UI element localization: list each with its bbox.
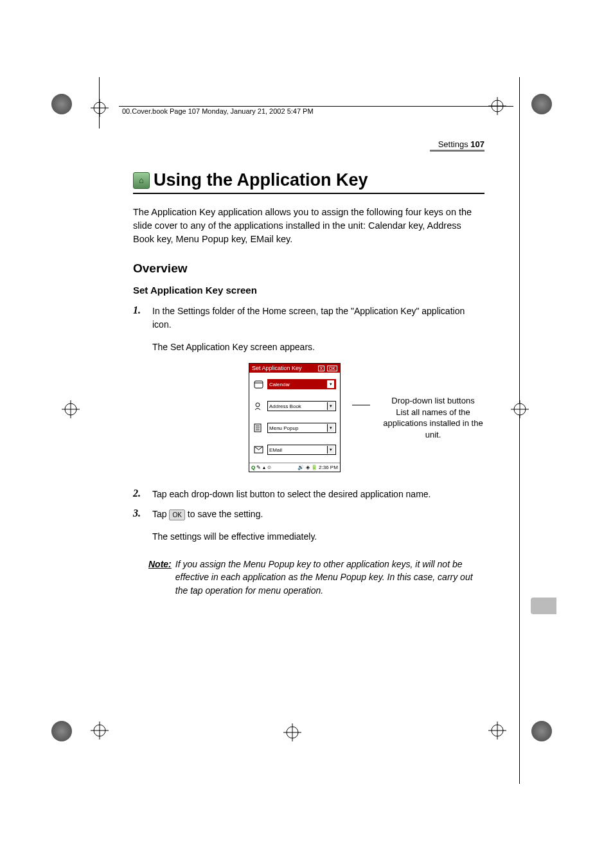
pda-taskbar: Q ✎ ▴ ☺ 🔊 ◈ 🔋 2:36 PM <box>249 463 340 472</box>
crosshair-icon <box>61 400 80 419</box>
calendar-dropdown[interactable]: Calendar ▾ <box>267 379 336 389</box>
step-3: 3. Tap OK to save the setting. The setti… <box>133 508 484 544</box>
pda-row-menu: Menu Popup ▾ <box>253 423 336 433</box>
dropdown-value: Address Book <box>269 403 301 409</box>
sub-heading: Set Application Key screen <box>133 285 484 296</box>
step-result: The settings will be effective immediate… <box>152 530 484 544</box>
step-number: 3. <box>133 508 145 544</box>
crosshair-icon <box>510 400 529 419</box>
note-label: Note: <box>148 558 172 597</box>
page-number: 107 <box>470 139 484 149</box>
crosshair-icon <box>283 723 302 742</box>
step-2: 2. Tap each drop-down list button to sel… <box>133 488 484 501</box>
taskbar-right: 🔊 ◈ 🔋 2:36 PM <box>298 465 337 470</box>
print-mark <box>51 94 72 114</box>
page-title: ⌂ Using the Application Key <box>133 170 484 190</box>
note-block: Note: If you assign the Menu Popup key t… <box>148 558 484 597</box>
step-text-pre: Tap <box>152 509 169 519</box>
addressbook-dropdown[interactable]: Address Book ▾ <box>267 401 336 411</box>
chevron-down-icon: ▾ <box>327 380 334 388</box>
running-header: Settings 107 <box>438 139 484 149</box>
screenshot-annotation-row: Set Application Key X OK Calendar ▾ <box>159 363 484 472</box>
page-title-text: Using the Application Key <box>154 170 368 190</box>
dropdown-value: Calendar <box>269 382 290 387</box>
chevron-down-icon: ▾ <box>327 402 334 410</box>
book-tag: 00.Cover.book Page 107 Monday, January 2… <box>122 107 314 115</box>
header-section: Settings <box>438 139 468 149</box>
pda-close-button[interactable]: X <box>318 366 325 371</box>
step-number: 1. <box>133 305 145 354</box>
email-icon <box>253 445 263 455</box>
pda-ok-button[interactable]: OK <box>327 366 337 371</box>
chevron-down-icon: ▾ <box>327 424 334 432</box>
dropdown-value: EMail <box>269 447 282 453</box>
note-text: If you assign the Menu Popup key to othe… <box>175 558 484 597</box>
chapter-thumb-tab <box>531 598 556 614</box>
pda-row-addressbook: Address Book ▾ <box>253 401 336 411</box>
pda-row-email: EMail ▾ <box>253 445 336 455</box>
annotation-line2: List all names of the applications insta… <box>382 407 484 441</box>
chevron-down-icon: ▾ <box>327 446 334 454</box>
intro-paragraph: The Application Key application allows y… <box>133 206 484 246</box>
step-text: In the Settings folder of the Home scree… <box>152 305 484 332</box>
header-rule <box>119 106 513 107</box>
annotation-line1: Drop-down list buttons <box>382 395 484 407</box>
crosshair-icon <box>90 721 109 740</box>
addressbook-icon <box>253 401 263 411</box>
crop-line <box>99 77 100 128</box>
step-text: Tap each drop-down list button to select… <box>152 488 484 501</box>
crosshair-icon <box>90 98 109 118</box>
print-mark <box>531 94 552 114</box>
menu-icon <box>253 423 263 433</box>
step-number: 2. <box>133 488 145 501</box>
print-mark <box>531 721 552 741</box>
overview-heading: Overview <box>133 261 484 276</box>
annotation-callout: Drop-down list buttons List all names of… <box>382 395 484 440</box>
title-separator <box>133 193 484 194</box>
step-1: 1. In the Settings folder of the Home sc… <box>133 305 484 354</box>
crop-line <box>519 77 520 784</box>
dropdown-value: Menu Popup <box>269 425 298 431</box>
step-result: The Set Application Key screen appears. <box>152 341 484 354</box>
crosshair-icon <box>488 721 507 740</box>
pda-row-calendar: Calendar ▾ <box>253 379 336 389</box>
pda-screenshot: Set Application Key X OK Calendar ▾ <box>249 363 341 472</box>
pda-title-text: Set Application Key <box>252 365 302 371</box>
pda-titlebar: Set Application Key X OK <box>249 364 340 373</box>
step-text-post: to save the setting. <box>188 509 263 519</box>
svg-rect-21 <box>254 381 263 388</box>
menu-dropdown[interactable]: Menu Popup ▾ <box>267 423 336 433</box>
ok-button-inline[interactable]: OK <box>169 509 184 520</box>
app-key-icon: ⌂ <box>133 172 150 189</box>
email-dropdown[interactable]: EMail ▾ <box>267 445 336 455</box>
calendar-icon <box>253 379 263 389</box>
annotation-leader-line <box>352 405 370 405</box>
taskbar-time: 2:36 PM <box>319 465 338 470</box>
print-mark <box>51 721 72 741</box>
taskbar-left: Q ✎ ▴ ☺ <box>251 465 272 470</box>
pda-title-buttons: X OK <box>317 365 337 371</box>
header-underline <box>430 150 484 152</box>
svg-point-23 <box>256 403 260 407</box>
